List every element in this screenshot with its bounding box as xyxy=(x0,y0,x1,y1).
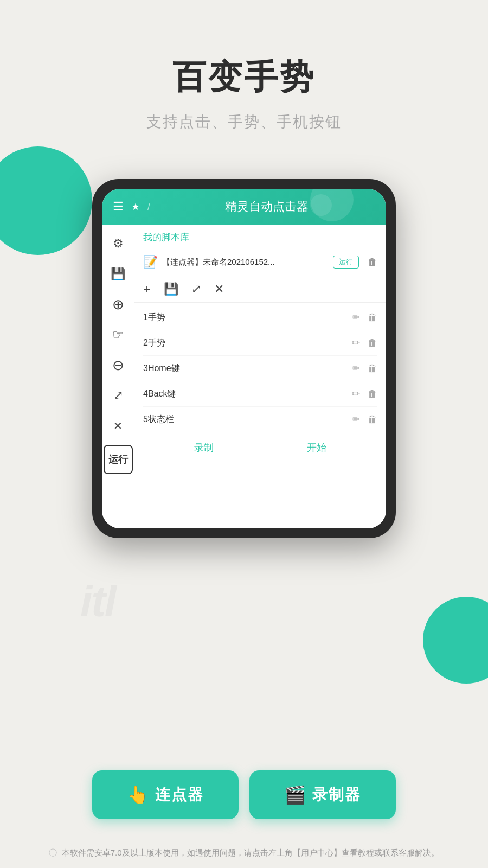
left-sidebar: ⚙ 💾 ⊕ ☞ ⊖ ⤢ ✕ 运行 xyxy=(102,225,134,528)
gesture-edit-icon-1[interactable]: ✏ xyxy=(352,311,360,323)
start-action[interactable]: 开始 xyxy=(307,441,326,454)
sidebar-gesture[interactable]: ☞ xyxy=(104,320,133,349)
footer-notice-text: 本软件需安卓7.0及以上版本使用，如遇使用问题，请点击左上角【用户中心】查看教程… xyxy=(62,848,439,857)
menu-icon[interactable]: ☰ xyxy=(113,200,124,214)
sidebar-settings[interactable]: ⚙ xyxy=(104,229,133,258)
record-action[interactable]: 录制 xyxy=(194,441,214,454)
app-title: 精灵自动点击器 xyxy=(158,199,375,215)
gesture-delete-icon-3[interactable]: 🗑 xyxy=(368,363,377,374)
run-badge[interactable]: 运行 xyxy=(333,256,359,269)
gesture-delete-icon-1[interactable]: 🗑 xyxy=(368,312,377,323)
gesture-row-2: 2手势 ✏ 🗑 xyxy=(143,330,377,356)
gesture-name-3: 3Home键 xyxy=(143,363,352,374)
gesture-row-5: 5状态栏 ✏ 🗑 xyxy=(143,407,377,432)
bg-circle-top-left xyxy=(0,146,92,255)
gesture-move-icon[interactable]: ⤢ xyxy=(191,282,201,296)
click-clicker-button[interactable]: 👆 连点器 xyxy=(92,770,239,819)
click-clicker-icon: 👆 xyxy=(127,784,149,805)
gesture-delete-icon-5[interactable]: 🗑 xyxy=(368,414,377,425)
divider: / xyxy=(147,201,150,213)
app-bar: ☰ ★ / 精灵自动点击器 xyxy=(102,189,386,225)
recorder-label: 录制器 xyxy=(312,784,361,805)
gesture-row-4: 4Back键 ✏ 🗑 xyxy=(143,381,377,407)
gesture-row-1: 1手势 ✏ 🗑 xyxy=(143,305,377,330)
sidebar-save[interactable]: 💾 xyxy=(104,259,133,289)
sidebar-close[interactable]: ✕ xyxy=(104,411,133,441)
header-section: 百变手势 支持点击、手势、手机按钮 xyxy=(0,0,488,132)
bottom-buttons: 👆 连点器 🎬 录制器 xyxy=(92,770,396,819)
gesture-edit-icon-4[interactable]: ✏ xyxy=(352,388,360,400)
star-icon[interactable]: ★ xyxy=(131,201,140,213)
app-content: ⚙ 💾 ⊕ ☞ ⊖ ⤢ ✕ 运行 我的脚本库 xyxy=(102,225,386,528)
gesture-close-icon[interactable]: ✕ xyxy=(214,282,224,296)
gesture-name-2: 2手势 xyxy=(143,337,352,349)
gesture-toolbar: + 💾 ⤢ ✕ xyxy=(134,276,386,303)
main-title: 百变手势 xyxy=(0,54,488,100)
main-content: 我的脚本库 📝 【连点器】未命名202106152... 运行 🗑 + 💾 ⤢ xyxy=(134,225,386,528)
recorder-button[interactable]: 🎬 录制器 xyxy=(249,770,396,819)
script-library-header: 我的脚本库 xyxy=(134,225,386,248)
gesture-name-1: 1手势 xyxy=(143,312,352,323)
sidebar-add[interactable]: ⊕ xyxy=(104,290,133,319)
sidebar-minus[interactable]: ⊖ xyxy=(104,350,133,380)
gesture-delete-icon-2[interactable]: 🗑 xyxy=(368,337,377,349)
script-item-name: 【连点器】未命名202106152... xyxy=(162,257,329,267)
gesture-edit-icon-2[interactable]: ✏ xyxy=(352,337,360,349)
sidebar-move[interactable]: ⤢ xyxy=(104,381,133,410)
info-icon: ⓘ xyxy=(49,848,57,857)
gesture-name-4: 4Back键 xyxy=(143,388,352,400)
phone-mockup: ☰ ★ / 精灵自动点击器 ⚙ 💾 ⊕ ☞ ⊖ ⤢ ✕ 运行 xyxy=(92,179,396,538)
gesture-delete-icon-4[interactable]: 🗑 xyxy=(368,388,377,400)
script-item-icon: 📝 xyxy=(143,255,158,269)
footer-notice: ⓘ 本软件需安卓7.0及以上版本使用，如遇使用问题，请点击左上角【用户中心】查看… xyxy=(33,846,455,859)
gesture-edit-icon-3[interactable]: ✏ xyxy=(352,362,360,374)
sidebar-run-button[interactable]: 运行 xyxy=(104,445,133,474)
phone-inner: ☰ ★ / 精灵自动点击器 ⚙ 💾 ⊕ ☞ ⊖ ⤢ ✕ 运行 xyxy=(102,189,386,528)
gesture-actions: 录制 开始 xyxy=(134,432,386,459)
gesture-row-3: 3Home键 ✏ 🗑 xyxy=(143,356,377,381)
script-delete-icon[interactable]: 🗑 xyxy=(368,257,377,268)
gesture-add-icon[interactable]: + xyxy=(143,282,151,297)
gesture-name-5: 5状态栏 xyxy=(143,414,352,425)
gesture-edit-icon-5[interactable]: ✏ xyxy=(352,413,360,425)
bg-circle-bottom-right xyxy=(423,597,488,684)
itl-decoration: itl xyxy=(80,577,115,627)
gesture-list: 1手势 ✏ 🗑 2手势 ✏ 🗑 3Home键 ✏ 🗑 xyxy=(134,305,386,432)
recorder-icon: 🎬 xyxy=(284,784,306,805)
script-item[interactable]: 📝 【连点器】未命名202106152... 运行 🗑 xyxy=(134,248,386,276)
gesture-save-icon[interactable]: 💾 xyxy=(164,282,178,296)
click-clicker-label: 连点器 xyxy=(155,784,204,805)
sub-title: 支持点击、手势、手机按钮 xyxy=(0,112,488,132)
script-library-title: 我的脚本库 xyxy=(143,232,189,242)
phone-outer: ☰ ★ / 精灵自动点击器 ⚙ 💾 ⊕ ☞ ⊖ ⤢ ✕ 运行 xyxy=(92,179,396,538)
